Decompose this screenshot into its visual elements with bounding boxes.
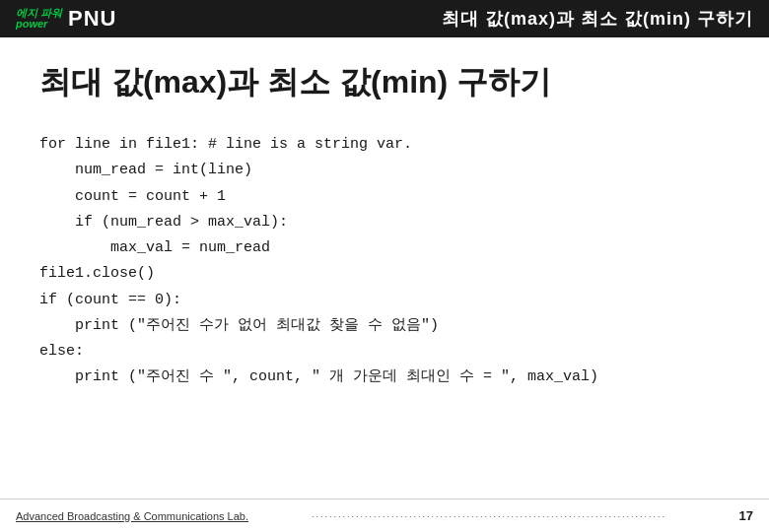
logo-text: 에지 파워power xyxy=(16,8,62,30)
code-line-2: num_read = int(line) xyxy=(39,158,730,183)
logo-area: 에지 파워power PNU xyxy=(16,6,117,32)
logo-pnu-text: PNU xyxy=(68,6,116,32)
footer-page-number: 17 xyxy=(730,508,753,523)
code-line-4: if (num_read > max_val): xyxy=(39,210,730,235)
code-line-3: count = count + 1 xyxy=(39,184,730,210)
code-line-5: max_val = num_read xyxy=(39,235,730,261)
logo-power-text: 에지 파워power xyxy=(16,8,62,30)
footer: Advanced Broadcasting & Communications L… xyxy=(0,499,769,532)
main-content: 최대 값(max)과 최소 값(min) 구하기 for line in fil… xyxy=(0,37,769,411)
footer-lab-text: Advanced Broadcasting & Communications L… xyxy=(16,510,248,522)
code-line-7: if (count == 0): xyxy=(39,288,730,313)
code-line-10: print ("주어진 수 ", count, " 개 가운데 최대인 수 = … xyxy=(39,365,730,390)
code-line-8: print ("주어진 수가 없어 최대값 찾을 수 없음") xyxy=(39,313,730,339)
code-line-9: else: xyxy=(39,339,730,365)
page-title: 최대 값(max)과 최소 값(min) 구하기 xyxy=(39,61,730,104)
code-line-1: for line in file1: # line is a string va… xyxy=(39,132,730,158)
code-line-6: file1.close() xyxy=(39,261,730,287)
header-title: 최대 값(max)과 최소 값(min) 구하기 xyxy=(442,7,753,31)
footer-dots: ········································… xyxy=(248,511,730,521)
header-bar: 에지 파워power PNU 최대 값(max)과 최소 값(min) 구하기 xyxy=(0,0,769,37)
code-block: for line in file1: # line is a string va… xyxy=(39,132,730,391)
